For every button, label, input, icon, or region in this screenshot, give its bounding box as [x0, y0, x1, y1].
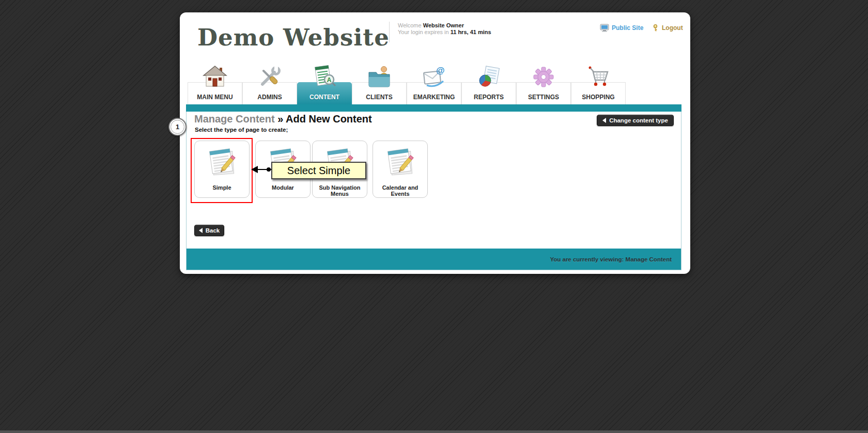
public-site-label: Public Site — [612, 24, 643, 32]
logout-link[interactable]: Logout — [652, 24, 683, 32]
tab-label: SETTINGS — [528, 94, 559, 104]
breadcrumb-section: Manage Content — [194, 113, 275, 125]
annotation-tooltip: Select Simple — [271, 162, 366, 179]
tab-settings[interactable]: SETTINGS — [516, 82, 571, 104]
back-arrow-icon — [602, 118, 606, 123]
change-content-type-button[interactable]: Change content type — [597, 115, 674, 126]
tools-icon — [257, 65, 282, 89]
content-type-label: Modular — [256, 184, 310, 191]
gear-icon — [531, 65, 556, 89]
email-icon: @ — [422, 65, 446, 89]
tab-label: ADMINS — [257, 94, 282, 104]
svg-text:@: @ — [436, 66, 445, 75]
monitor-icon — [600, 24, 609, 32]
step-annotation-badge: 1 — [168, 118, 187, 136]
currently-viewing-text: You are currently viewing: Manage Conten… — [550, 256, 672, 262]
tab-emarketing[interactable]: @ EMARKETING — [407, 82, 461, 104]
expires-label: Your login expires in — [398, 29, 449, 35]
notepad-icon — [384, 145, 416, 178]
tab-label: REPORTS — [474, 94, 504, 104]
tab-label: EMARKETING — [413, 94, 455, 104]
tab-main-menu[interactable]: MAIN MENU — [188, 82, 242, 104]
content-type-calendar-and-events[interactable]: Calendar and Events — [373, 141, 428, 198]
tab-label: CLIENTS — [366, 94, 392, 104]
expires-value: 11 hrs, 41 mins — [451, 29, 491, 35]
document-search-icon: A — [312, 64, 337, 89]
site-logo: Demo Website — [197, 24, 390, 51]
welcome-block: Welcome Website Owner Your login expires… — [398, 22, 491, 36]
content-region: Manage Content » Add New Content Select … — [186, 112, 681, 270]
content-type-label: Sub Navigation Menus — [313, 184, 367, 197]
cart-icon — [586, 65, 611, 89]
step-number: 1 — [176, 123, 179, 131]
pie-report-icon — [476, 65, 501, 89]
logout-label: Logout — [662, 24, 683, 32]
breadcrumb-separator: » — [277, 113, 283, 125]
status-footer-bar: You are currently viewing: Manage Conten… — [187, 249, 681, 270]
main-navigation: MAIN MENU ADMINS A — [188, 82, 626, 104]
back-arrow-icon — [199, 228, 203, 233]
welcome-label: Welcome — [398, 22, 422, 28]
tab-label: SHOPPING — [582, 94, 614, 104]
tab-clients[interactable]: CLIENTS — [352, 82, 407, 104]
content-type-label: Simple — [195, 184, 249, 191]
back-button-label: Back — [206, 227, 220, 234]
folder-user-icon — [367, 65, 392, 89]
tab-admins[interactable]: ADMINS — [242, 82, 297, 104]
back-button[interactable]: Back — [194, 225, 224, 236]
breadcrumb: Manage Content » Add New Content — [194, 113, 372, 125]
content-type-simple[interactable]: Simple — [194, 141, 250, 198]
nav-underline-band — [186, 104, 681, 112]
welcome-username: Website Owner — [423, 22, 464, 28]
key-icon — [652, 24, 659, 32]
change-content-type-label: Change content type — [609, 117, 668, 123]
tab-content[interactable]: A CONTENT — [297, 82, 352, 104]
breadcrumb-page: Add New Content — [286, 113, 372, 125]
house-icon — [203, 65, 227, 89]
tab-reports[interactable]: REPORTS — [461, 82, 516, 104]
svg-text:A: A — [327, 76, 332, 84]
tab-label: CONTENT — [309, 94, 339, 104]
admin-panel-card: Demo Website Welcome Website Owner Your … — [180, 12, 690, 274]
header-divider — [389, 22, 390, 42]
annotation-arrow-dot — [267, 167, 271, 172]
background-bottom-strip — [0, 430, 868, 433]
public-site-link[interactable]: Public Site — [600, 24, 643, 32]
instruction-text: Select the type of page to create; — [195, 127, 288, 133]
content-type-label: Calendar and Events — [373, 184, 427, 197]
tab-shopping[interactable]: SHOPPING — [571, 82, 626, 104]
tab-label: MAIN MENU — [197, 94, 233, 104]
notepad-icon — [206, 145, 238, 178]
